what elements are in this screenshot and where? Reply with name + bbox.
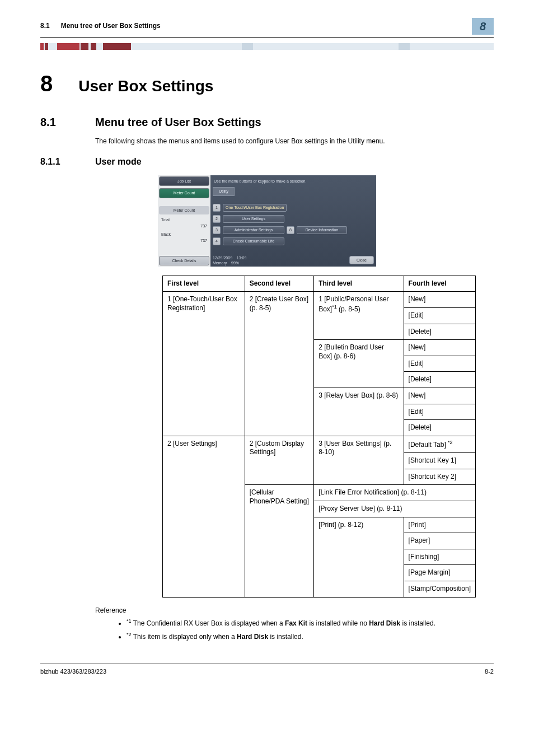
footer-memory-value: 99% xyxy=(231,261,239,265)
footer-page-number: 8-2 xyxy=(485,668,494,675)
reference-note-1: *1 The Confidential RX User Box is displ… xyxy=(127,618,494,628)
section-number: 8.1 xyxy=(40,115,73,129)
menu-one-touch-user-box[interactable]: One-Touch/User Box Registration xyxy=(223,204,287,212)
fourth-level-delete: [Delete] xyxy=(404,420,475,436)
third-level-relay: 3 [Relay User Box] (p. 8-8) xyxy=(314,388,404,436)
tab-meter-count[interactable]: Meter Count xyxy=(159,188,209,198)
screenshot-left-pane: Job List Meter Count Meter Count Total 7… xyxy=(158,175,210,266)
cell-text: [Default Tab] xyxy=(409,441,446,449)
menu-number: 2 xyxy=(213,215,221,223)
reference-block: Reference *1 The Confidential RX User Bo… xyxy=(95,606,494,642)
second-level-cellular: [Cellular Phone/PDA Setting] xyxy=(245,485,314,597)
menu-number: 1 xyxy=(213,204,221,212)
th-third-level: Third level xyxy=(314,276,404,292)
fourth-level-margin: [Page Margin] xyxy=(404,565,475,581)
footnote-marker: *1 xyxy=(332,304,337,310)
cell-text: (p. 8-5) xyxy=(339,305,360,313)
chapter-number: 8 xyxy=(40,69,53,98)
note-text: is installed. xyxy=(268,633,303,641)
menu-user-settings[interactable]: User Settings xyxy=(223,215,284,223)
reference-note-2: *2 This item is displayed only when a Ha… xyxy=(127,632,494,642)
fourth-level-delete: [Delete] xyxy=(404,372,475,388)
total-label: Total xyxy=(161,217,170,222)
fourth-level-paper: [Paper] xyxy=(404,533,475,549)
fourth-level-edit: [Edit] xyxy=(404,356,475,372)
fourth-level-edit: [Edit] xyxy=(404,404,475,420)
fourth-level-new: [New] xyxy=(404,292,475,308)
second-level-custom-display: 2 [Custom Display Settings] xyxy=(245,436,314,485)
close-button[interactable]: Close xyxy=(349,256,374,264)
total-value: 737 xyxy=(200,223,207,228)
first-level-user-settings: 2 [User Settings] xyxy=(163,436,245,597)
first-level-one-touch: 1 [One-Touch/User Box Registration] xyxy=(163,292,245,436)
th-second-level: Second level xyxy=(245,276,314,292)
menu-number: 3 xyxy=(213,226,221,234)
fourth-level-new: [New] xyxy=(404,340,475,356)
meter-block: Total 737 Black 737 xyxy=(159,214,209,245)
section-title: Menu tree of User Box Settings xyxy=(95,115,261,129)
note-text: is installed while no xyxy=(307,619,369,627)
subsection-title: User mode xyxy=(95,156,142,168)
fourth-level-edit: [Edit] xyxy=(404,307,475,324)
device-screenshot: Job List Meter Count Meter Count Total 7… xyxy=(158,175,376,266)
note-text: is installed. xyxy=(400,619,435,627)
menu-number: 4 xyxy=(213,237,221,245)
section-heading: 8.1 Menu tree of User Box Settings xyxy=(40,115,494,129)
fourth-level-delete: [Delete] xyxy=(404,324,475,340)
subsection-heading: 8.1.1 User mode xyxy=(40,156,494,168)
fourth-level-default-tab: [Default Tab] *2 xyxy=(404,436,475,453)
decorative-stripe xyxy=(40,43,494,50)
subsection-number: 8.1.1 xyxy=(40,156,77,168)
note-bold: Fax Kit xyxy=(285,619,307,627)
black-label: Black xyxy=(161,232,171,237)
fourth-level-shortcut-1: [Shortcut Key 1] xyxy=(404,453,475,469)
footer-model: bizhub 423/363/283/223 xyxy=(40,668,106,675)
chapter-title: 8 User Box Settings xyxy=(40,69,494,98)
screenshot-right-pane: Use the menu buttons or keypad to make a… xyxy=(210,175,376,266)
intro-paragraph: The following shows the menus and items … xyxy=(95,137,494,146)
fourth-level-shortcut-2: [Shortcut Key 2] xyxy=(404,469,475,485)
th-first-level: First level xyxy=(163,276,245,292)
note-text: The Confidential RX User Box is displaye… xyxy=(132,619,285,627)
breadcrumb-utility: Utility xyxy=(213,187,235,195)
third-level-public-personal: 1 [Public/Personal User Box]*1 (p. 8-5) xyxy=(314,292,404,340)
fourth-level-stamp: [Stamp/Composition] xyxy=(404,581,475,598)
running-header: 8.1 Menu tree of User Box Settings 8 xyxy=(40,18,494,38)
third-level-link-file-error: [Link File Error Notification] (p. 8-11) xyxy=(314,485,476,501)
reference-label: Reference xyxy=(95,606,494,615)
chapter-badge: 8 xyxy=(472,18,494,35)
menu-number: 8 xyxy=(287,226,294,234)
note-bold: Hard Disk xyxy=(369,619,400,627)
chapter-text: User Box Settings xyxy=(78,76,213,96)
running-header-no: 8.1 xyxy=(40,22,50,30)
meter-count-label: Meter Count xyxy=(159,206,209,214)
tab-job-list[interactable]: Job List xyxy=(159,176,209,186)
footer-date: 12/29/2009 xyxy=(213,256,232,260)
page-footer: bizhub 423/363/283/223 8-2 xyxy=(40,664,494,675)
third-level-user-box-settings: 3 [User Box Settings] (p. 8-10) xyxy=(314,436,404,485)
fourth-level-print: [Print] xyxy=(404,517,475,533)
menu-tree-table: First level Second level Third level Fou… xyxy=(162,276,476,598)
menu-check-consumable-life[interactable]: Check Consumable Life xyxy=(223,237,284,245)
third-level-bulletin: 2 [Bulletin Board User Box] (p. 8-6) xyxy=(314,340,404,388)
running-header-title: Menu tree of User Box Settings xyxy=(61,22,161,30)
th-fourth-level: Fourth level xyxy=(404,276,475,292)
third-level-print: [Print] (p. 8-12) xyxy=(314,517,404,597)
menu-administrator-settings[interactable]: Administrator Settings xyxy=(223,226,284,234)
note-bold: Hard Disk xyxy=(237,633,268,641)
third-level-proxy: [Proxy Server Use] (p. 8-11) xyxy=(314,501,476,517)
black-value: 737 xyxy=(200,238,207,243)
menu-device-information[interactable]: Device Information xyxy=(297,226,347,234)
footnote-marker: *1 xyxy=(127,618,132,624)
footnote-marker: *2 xyxy=(448,440,453,445)
second-level-create-box: 2 [Create User Box] (p. 8-5) xyxy=(245,292,314,436)
note-text: This item is displayed only when a xyxy=(132,633,237,641)
footer-memory-label: Memory xyxy=(213,261,227,265)
check-details-button[interactable]: Check Details xyxy=(159,256,209,265)
fourth-level-finishing: [Finishing] xyxy=(404,549,475,565)
fourth-level-new: [New] xyxy=(404,388,475,404)
screenshot-instruction: Use the menu buttons or keypad to make a… xyxy=(214,179,374,184)
footer-time: 13:09 xyxy=(237,256,247,260)
footnote-marker: *2 xyxy=(127,632,132,637)
